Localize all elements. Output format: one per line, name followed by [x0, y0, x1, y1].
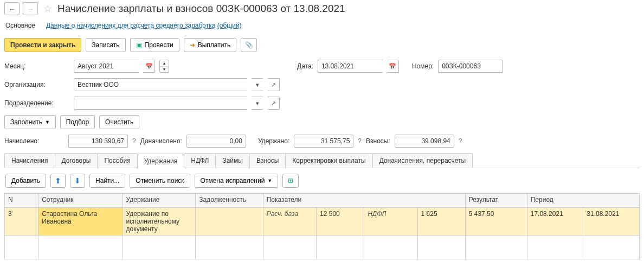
grid-settings-button[interactable]: ⊞	[282, 174, 299, 188]
attach-button[interactable]: 📎	[241, 38, 257, 52]
cell-employee[interactable]: Старостина Ольга Ивановна	[38, 208, 123, 236]
row-dept: Подразделение: ▾ ↗	[4, 97, 640, 110]
date-input[interactable]: 13.08.2021	[318, 60, 383, 73]
withheld-value: 31 575,75	[294, 135, 353, 148]
org-dropdown-button[interactable]: ▾	[252, 78, 263, 91]
add-button[interactable]: Добавить	[5, 174, 46, 188]
tab-Займы[interactable]: Займы	[215, 153, 250, 168]
nav-links: Основное Данные о начислениях для расчет…	[4, 20, 640, 31]
tabs: НачисленияДоговорыПособияУдержанияНДФЛЗа…	[4, 153, 640, 168]
star-icon[interactable]: ☆	[43, 3, 52, 15]
move-down-button[interactable]: ⬇	[70, 174, 85, 188]
month-input[interactable]: Август 2021	[74, 60, 139, 73]
chevron-down-icon: ▼	[45, 119, 50, 125]
cell-period-from[interactable]: 17.08.2021	[527, 208, 583, 236]
tab-Корректировки выплаты[interactable]: Корректировки выплаты	[285, 153, 372, 168]
header-bar: ← → ☆ Начисление зарплаты и взносов 00ЗК…	[4, 2, 640, 15]
accrued-label: Начислено:	[4, 137, 64, 145]
tab-Удержания[interactable]: Удержания	[137, 154, 185, 168]
col-employee[interactable]: Сотрудник	[38, 194, 123, 208]
tab-Договоры[interactable]: Договоры	[55, 153, 98, 168]
col-indicators[interactable]: Показатели	[263, 194, 465, 208]
main-toolbar: Провести и закрыть Записать ▣Провести ➜В…	[4, 38, 640, 52]
select-button[interactable]: Подбор	[60, 115, 95, 129]
tab-Взносы[interactable]: Взносы	[249, 153, 286, 168]
number-input[interactable]: 00ЗК-000063	[438, 60, 503, 73]
month-label: Месяц:	[4, 62, 69, 70]
find-button[interactable]: Найти...	[89, 174, 125, 188]
pay-icon: ➜	[190, 41, 195, 49]
tab-НДФЛ[interactable]: НДФЛ	[184, 153, 216, 168]
dept-label: Подразделение:	[4, 99, 69, 107]
cell-result[interactable]: 5 437,50	[465, 208, 527, 236]
nav-link-avg-earnings[interactable]: Данные о начислениях для расчета среднег…	[46, 22, 242, 29]
contrib-value: 39 098,94	[395, 135, 454, 148]
org-label: Организация:	[4, 81, 69, 88]
clear-button[interactable]: Очистить	[99, 115, 139, 129]
cell-ind1-value[interactable]: 12 500	[317, 208, 364, 236]
row-totals: Начислено: 130 390,67 ? Доначислено: 0,0…	[4, 135, 640, 148]
col-period[interactable]: Период	[527, 194, 639, 208]
move-up-button[interactable]: ⬆	[50, 174, 66, 188]
col-deduction[interactable]: Удержание	[123, 194, 196, 208]
org-open-button[interactable]: ↗	[268, 78, 280, 91]
cancel-fix-button[interactable]: Отмена исправлений ▼	[195, 174, 279, 188]
post-close-button[interactable]: Провести и закрыть	[4, 38, 81, 52]
back-button[interactable]: ←	[4, 2, 20, 15]
cell-debt[interactable]	[196, 208, 263, 236]
grid: N Сотрудник Удержание Задолженность Пока…	[4, 193, 640, 259]
month-stepper[interactable]: ▲▼	[159, 60, 169, 73]
row-month-date: Месяц: Август 2021 📅 ▲▼ Дата: 13.08.2021…	[4, 60, 640, 73]
month-calendar-button[interactable]: 📅	[143, 60, 155, 73]
forward-button[interactable]: →	[23, 2, 38, 15]
col-result[interactable]: Результат	[465, 194, 527, 208]
post-button[interactable]: ▣Провести	[130, 38, 179, 52]
sub-toolbar: Добавить ⬆ ⬇ Найти... Отменить поиск Отм…	[4, 168, 640, 193]
save-button[interactable]: Записать	[86, 38, 125, 52]
tab-Начисления[interactable]: Начисления	[4, 153, 55, 168]
page-title: Начисление зарплаты и взносов 00ЗК-00006…	[57, 3, 345, 15]
grid-icon: ⊞	[288, 177, 293, 184]
date-label: Дата:	[297, 62, 313, 70]
addl-value: 0,00	[186, 135, 246, 148]
col-debt[interactable]: Задолженность	[196, 194, 263, 208]
tab-Доначисления, перерасчеты[interactable]: Доначисления, перерасчеты	[372, 153, 473, 168]
row-actions: Заполнить ▼ Подбор Очистить	[4, 115, 640, 129]
cell-ind1-label[interactable]: Расч. база	[263, 208, 316, 236]
withheld-label: Удержано:	[258, 137, 289, 145]
cell-ind2-label[interactable]: НДФЛ	[364, 208, 417, 236]
help-accrued[interactable]: ?	[132, 137, 136, 145]
step-up-icon[interactable]: ▲	[160, 60, 169, 67]
tab-Пособия[interactable]: Пособия	[97, 153, 137, 168]
cancel-search-button[interactable]: Отменить поиск	[130, 174, 190, 188]
help-contrib[interactable]: ?	[459, 137, 462, 145]
cell-period-to[interactable]: 31.08.2021	[583, 208, 640, 236]
date-calendar-button[interactable]: 📅	[387, 60, 399, 73]
dept-open-button[interactable]: ↗	[268, 97, 280, 110]
org-input[interactable]: Вестник ООО	[74, 78, 247, 91]
nav-main[interactable]: Основное	[5, 22, 35, 29]
chevron-down-icon: ▼	[267, 178, 272, 183]
table-row[interactable]: 3 Старостина Ольга Ивановна Удержание по…	[5, 208, 640, 236]
post-icon: ▣	[136, 41, 142, 49]
cell-n[interactable]: 3	[5, 208, 38, 236]
row-org: Организация: Вестник ООО ▾ ↗	[4, 78, 640, 91]
dept-input[interactable]	[74, 97, 247, 110]
header-row: N Сотрудник Удержание Задолженность Пока…	[5, 194, 640, 208]
clip-icon: 📎	[245, 41, 253, 49]
col-n[interactable]: N	[5, 194, 38, 208]
contrib-label: Взносы:	[366, 137, 390, 145]
cell-ind2-value[interactable]: 1 625	[417, 208, 465, 236]
addl-label: Доначислено:	[140, 137, 182, 145]
number-label: Номер:	[412, 62, 434, 70]
pay-button[interactable]: ➜Выплатить	[184, 38, 237, 52]
cell-deduction[interactable]: Удержание по исполнительному документу	[123, 208, 196, 236]
dept-dropdown-button[interactable]: ▾	[252, 97, 263, 110]
fill-button[interactable]: Заполнить ▼	[4, 115, 56, 129]
help-withheld[interactable]: ?	[358, 137, 362, 145]
table-row-empty[interactable]	[5, 236, 640, 259]
step-down-icon[interactable]: ▼	[160, 67, 169, 73]
accrued-value: 130 390,67	[68, 135, 128, 148]
